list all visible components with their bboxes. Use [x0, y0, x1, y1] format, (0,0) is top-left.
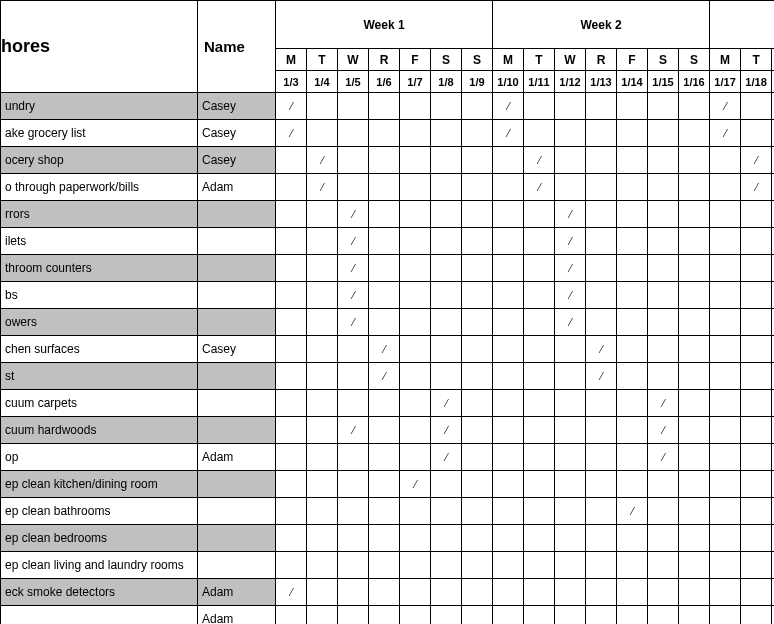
name-header: Name: [198, 1, 276, 93]
date-label: 1/17: [710, 71, 741, 93]
mark-cell: [431, 228, 462, 255]
mark-cell: [617, 471, 648, 498]
table-row: chen surfacesCasey//: [1, 336, 775, 363]
mark-cell: /: [586, 336, 617, 363]
mark-cell: [431, 525, 462, 552]
mark-cell: [493, 525, 524, 552]
mark-cell: [307, 363, 338, 390]
day-letter: W: [338, 49, 369, 71]
mark-cell: [586, 255, 617, 282]
mark-cell: [431, 201, 462, 228]
mark-cell: [369, 444, 400, 471]
mark-cell: /: [338, 201, 369, 228]
chore-name: cuum carpets: [1, 390, 198, 417]
mark-cell: [586, 552, 617, 579]
mark-cell: [493, 336, 524, 363]
mark-cell: /: [338, 228, 369, 255]
mark-cell: /: [431, 417, 462, 444]
mark-cell: /: [524, 147, 555, 174]
assignee-name: [198, 309, 276, 336]
mark-cell: /: [555, 228, 586, 255]
table-row: ep clean bedrooms: [1, 525, 775, 552]
mark-cell: [648, 255, 679, 282]
mark-cell: [710, 309, 741, 336]
mark-cell: [679, 174, 710, 201]
mark-cell: [307, 417, 338, 444]
mark-cell: /: [307, 147, 338, 174]
mark-cell: [648, 201, 679, 228]
mark-cell: /: [276, 93, 307, 120]
mark-cell: [679, 579, 710, 606]
date-label: 1/12: [555, 71, 586, 93]
mark-cell: [617, 309, 648, 336]
mark-cell: [462, 471, 493, 498]
date-label: 1/11: [524, 71, 555, 93]
mark-cell: [431, 120, 462, 147]
mark-cell: [679, 255, 710, 282]
mark-cell: [741, 498, 772, 525]
chore-name: ake grocery list: [1, 120, 198, 147]
chore-name: chen surfaces: [1, 336, 198, 363]
mark-cell: [493, 309, 524, 336]
mark-cell: [555, 525, 586, 552]
mark-cell: /: [555, 255, 586, 282]
mark-cell: [679, 471, 710, 498]
mark-cell: [369, 93, 400, 120]
mark-cell: [555, 390, 586, 417]
mark-cell: [462, 417, 493, 444]
mark-cell: [307, 498, 338, 525]
chore-name: op: [1, 444, 198, 471]
mark-cell: /: [617, 498, 648, 525]
mark-cell: [524, 336, 555, 363]
mark-cell: /: [586, 363, 617, 390]
mark-cell: [524, 309, 555, 336]
mark-cell: /: [710, 93, 741, 120]
assignee-name: [198, 228, 276, 255]
mark-cell: [648, 336, 679, 363]
table-row: ep clean living and laundry rooms: [1, 552, 775, 579]
mark-cell: [524, 282, 555, 309]
mark-cell: [617, 552, 648, 579]
mark-cell: [679, 498, 710, 525]
mark-cell: [741, 417, 772, 444]
mark-cell: [555, 579, 586, 606]
chore-name: ep clean bathrooms: [1, 498, 198, 525]
mark-cell: [276, 417, 307, 444]
mark-cell: [648, 282, 679, 309]
mark-cell: [276, 336, 307, 363]
mark-cell: [617, 363, 648, 390]
mark-cell: [586, 93, 617, 120]
mark-cell: [307, 255, 338, 282]
mark-cell: /: [431, 444, 462, 471]
mark-cell: [710, 579, 741, 606]
mark-cell: [710, 228, 741, 255]
mark-cell: [617, 444, 648, 471]
mark-cell: [555, 471, 586, 498]
mark-cell: [555, 498, 586, 525]
mark-cell: [400, 363, 431, 390]
mark-cell: [648, 525, 679, 552]
day-letter: W: [555, 49, 586, 71]
chore-name: ep clean kitchen/dining room: [1, 471, 198, 498]
mark-cell: [586, 120, 617, 147]
chore-name: rrors: [1, 201, 198, 228]
mark-cell: [617, 255, 648, 282]
mark-cell: [648, 147, 679, 174]
mark-cell: [741, 255, 772, 282]
mark-cell: [493, 444, 524, 471]
mark-cell: [679, 93, 710, 120]
assignee-name: [198, 255, 276, 282]
mark-cell: /: [369, 363, 400, 390]
mark-cell: [276, 444, 307, 471]
chore-name: o through paperwork/bills: [1, 174, 198, 201]
mark-cell: [679, 552, 710, 579]
mark-cell: [710, 471, 741, 498]
mark-cell: [400, 93, 431, 120]
mark-cell: [369, 552, 400, 579]
assignee-name: Casey: [198, 336, 276, 363]
mark-cell: [710, 336, 741, 363]
assignee-name: Casey: [198, 93, 276, 120]
chore-name: st: [1, 363, 198, 390]
mark-cell: [493, 471, 524, 498]
mark-cell: /: [555, 201, 586, 228]
